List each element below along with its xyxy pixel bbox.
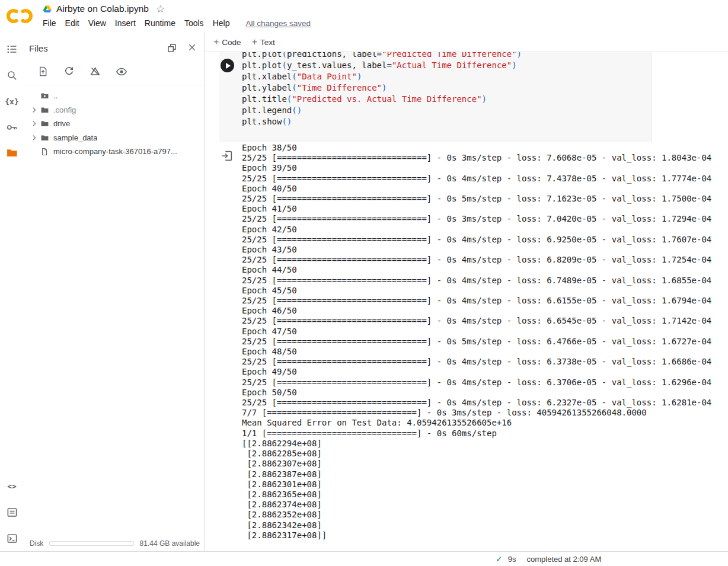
- code-line: plt.plot(y_test.values, label="Actual Ti…: [242, 60, 522, 71]
- star-icon[interactable]: ☆: [156, 3, 165, 15]
- table-of-contents-icon[interactable]: [5, 42, 19, 56]
- menu-help[interactable]: Help: [212, 17, 231, 29]
- cell-output-text: Epoch 38/50 25/25 [=====================…: [242, 143, 711, 541]
- disk-usage-bar: [49, 541, 133, 546]
- completed-timestamp: completed at 2:09 AM: [526, 555, 601, 564]
- menu-items: FileEditViewInsertRuntimeToolsHelp: [42, 17, 238, 29]
- code-line: plt.xlabel("Data Point"): [242, 71, 522, 82]
- menu-file[interactable]: File: [42, 17, 57, 29]
- code-line: plt.legend(): [242, 105, 522, 116]
- secrets-key-icon[interactable]: [5, 120, 19, 135]
- search-icon[interactable]: [5, 68, 19, 82]
- folder-up-icon: [40, 91, 49, 100]
- tree-item-config[interactable]: .config: [24, 103, 204, 117]
- file-icon: [40, 147, 49, 156]
- app-header: Airbyte on Colab.ipynb ☆ FileEditViewIns…: [0, 0, 728, 33]
- tree-item-label: sample_data: [53, 133, 97, 142]
- add-code-label: Code: [222, 38, 241, 47]
- tree-item-sample-data[interactable]: sample_data: [24, 131, 204, 145]
- menu-insert[interactable]: Insert: [114, 17, 136, 29]
- drive-icon: [43, 4, 52, 14]
- files-panel-actions: [167, 43, 197, 53]
- chevron-spacer: [30, 147, 39, 156]
- folder-icon: [40, 119, 49, 128]
- add-text-cell-button[interactable]: + Text: [252, 37, 275, 47]
- menu-runtime[interactable]: Runtime: [144, 17, 176, 29]
- code-line: plt.title("Predicted vs. Actual Time Dif…: [242, 94, 522, 105]
- disk-usage-row: Disk 81.44 GB available: [30, 539, 200, 548]
- add-text-label: Text: [260, 38, 275, 47]
- tree-item-micro-company-task[interactable]: micro-company-task-367016-a797...: [24, 145, 204, 159]
- menu-edit[interactable]: Edit: [65, 17, 80, 29]
- files-folder-icon[interactable]: [5, 146, 19, 160]
- code-line: plt.show(): [242, 116, 522, 127]
- files-panel: Files ...con: [24, 33, 205, 551]
- output-gutter-icon[interactable]: [221, 149, 234, 162]
- open-in-new-tab-icon[interactable]: [167, 43, 177, 53]
- code-lines: plt.plot(predictions, label="Predicted T…: [242, 52, 522, 127]
- code-line: plt.ylabel("Time Difference"): [242, 82, 522, 94]
- tree-item-label: .config: [53, 105, 76, 114]
- upload-file-icon[interactable]: [37, 66, 49, 78]
- menu-bar: FileEditViewInsertRuntimeToolsHelp All c…: [42, 17, 311, 29]
- success-check-icon: ✓: [496, 554, 503, 564]
- chevron-right-icon[interactable]: [30, 105, 39, 114]
- command-palette-icon[interactable]: [5, 505, 19, 519]
- code-snippets-icon[interactable]: <>: [5, 479, 19, 493]
- code-line: plt.plot(predictions, label="Predicted T…: [242, 52, 522, 60]
- files-toolbar: [37, 66, 127, 78]
- execution-duration: 9s: [508, 555, 516, 564]
- menu-view[interactable]: View: [88, 17, 107, 29]
- files-panel-header: Files: [29, 43, 197, 53]
- tree-item-label: ..: [53, 91, 58, 100]
- files-panel-title: Files: [29, 43, 48, 53]
- variables-icon[interactable]: {x}: [5, 94, 19, 108]
- mount-drive-icon[interactable]: [90, 66, 101, 78]
- save-status-link[interactable]: All changes saved: [245, 19, 311, 28]
- chevron-right-icon[interactable]: [30, 119, 39, 128]
- close-panel-icon[interactable]: [187, 43, 197, 53]
- variables-glyph: {x}: [5, 97, 18, 106]
- code-cell-editor[interactable]: plt.plot(predictions, label="Predicted T…: [219, 52, 652, 142]
- refresh-icon[interactable]: [63, 66, 75, 78]
- colab-app: Airbyte on Colab.ipynb ☆ FileEditViewIns…: [0, 0, 728, 566]
- plus-icon: +: [213, 37, 219, 47]
- disk-label: Disk: [30, 539, 43, 548]
- colab-logo-icon[interactable]: [6, 6, 33, 26]
- hidden-files-eye-icon[interactable]: [116, 66, 127, 78]
- execution-status: ✓ 9s completed at 2:09 AM: [496, 554, 601, 564]
- menu-tools[interactable]: Tools: [184, 17, 205, 29]
- tree-item-label: drive: [53, 119, 70, 128]
- tree-item-up[interactable]: ..: [24, 89, 204, 103]
- chevron-right-icon[interactable]: [30, 133, 39, 142]
- add-code-cell-button[interactable]: + Code: [213, 37, 241, 47]
- code-snippets-glyph: <>: [7, 482, 17, 491]
- files-toolbar-divider: [24, 85, 204, 85]
- play-icon: [226, 63, 231, 69]
- execution-statusbar: ✓ 9s completed at 2:09 AM: [0, 551, 728, 566]
- activity-bar: {x} <>: [0, 33, 24, 551]
- title-row: Airbyte on Colab.ipynb ☆: [43, 2, 165, 16]
- terminal-icon[interactable]: [5, 531, 19, 545]
- folder-icon: [40, 133, 49, 142]
- tree-item-label: micro-company-task-367016-a797...: [53, 147, 177, 156]
- file-tree: ...configdrivesample_datamicro-company-t…: [24, 89, 204, 159]
- run-cell-button[interactable]: [221, 59, 234, 72]
- notebook-title[interactable]: Airbyte on Colab.ipynb: [56, 4, 149, 14]
- chevron-spacer: [30, 91, 39, 100]
- folder-icon: [40, 105, 49, 114]
- cell-insert-toolbar: + Code + Text: [205, 33, 728, 52]
- tree-item-drive[interactable]: drive: [24, 117, 204, 131]
- disk-available-label: 81.44 GB available: [140, 539, 200, 548]
- plus-icon: +: [252, 37, 257, 47]
